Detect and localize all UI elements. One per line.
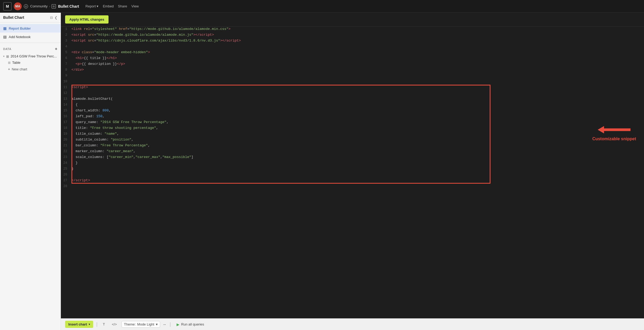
theme-selector[interactable]: Theme: Mode Light ▾	[121, 321, 160, 328]
chart-icon: ⊟	[52, 4, 56, 8]
sidebar-item-report-builder[interactable]: ▦ Report Builder	[0, 24, 61, 33]
arrow-head	[598, 126, 604, 133]
sidebar-data: DATA + ▾ ▦ 2014 GSW Free Throw Perc... ⊞…	[0, 43, 61, 75]
bottom-toolbar: Insert chart ▾ | T </> Theme: Mode Light…	[61, 318, 644, 330]
code-line-14: 14 {	[61, 102, 644, 108]
theme-value: Mode Light	[137, 322, 154, 326]
run-label: Run all queries	[181, 322, 204, 326]
layout: Bullet Chart ⊟ ❮ ▦ Report Builder ▤ Add …	[0, 13, 644, 330]
nav-embed[interactable]: Embed	[103, 4, 114, 8]
insert-chart-chevron-icon: ▾	[89, 323, 90, 326]
sidebar-title: Bullet Chart	[3, 15, 24, 20]
code-line-2: 2 <script src="https://mode.github.io/al…	[61, 32, 644, 38]
code-line-4: 4	[61, 44, 644, 50]
sidebar-item-add-notebook[interactable]: ▤ Add Notebook	[0, 33, 61, 41]
theme-chevron-icon: ▾	[156, 322, 158, 326]
code-line-6: 6 <h1>{{ title }}</h1>	[61, 56, 644, 61]
expand-icon: ▾	[3, 55, 4, 58]
expand-icon[interactable]: ↔	[163, 322, 166, 327]
dataset-icon: ▦	[6, 55, 9, 58]
dataset-label: 2014 GSW Free Throw Perc...	[11, 54, 57, 58]
insert-chart-label: Insert chart	[68, 322, 87, 326]
sidebar: Bullet Chart ⊟ ❮ ▦ Report Builder ▤ Add …	[0, 13, 61, 330]
code-line-15: 15 chart_width: 800,	[61, 108, 644, 114]
code-line-7: 7 <p>{{ description }}</p>	[61, 61, 644, 67]
code-line-21: 21 bar_column: "Free Throw Percentage",	[61, 143, 644, 149]
theme-label: Theme:	[124, 322, 136, 326]
report-builder-label: Report Builder	[9, 26, 31, 30]
code-editor-container: 1 <link rel="stylesheet" href="https://m…	[61, 26, 644, 318]
topbar-nav: Report ▾ Embed Share View	[85, 4, 139, 8]
annotation: Customizable snippet	[592, 126, 636, 142]
breadcrumb-separator: ›	[49, 5, 50, 8]
breadcrumb-title: Bullet Chart	[58, 4, 79, 8]
data-section-label: DATA	[3, 47, 11, 51]
chevron-left-icon[interactable]: ❮	[55, 16, 57, 20]
sidebar-table-item[interactable]: ⊞ Table	[8, 60, 61, 66]
code-line-22: 22 marker_column: "career_mean",	[61, 149, 644, 155]
code-line-5: 5 <div class="mode-header embed-hidden">	[61, 50, 644, 56]
nav-share[interactable]: Share	[118, 4, 127, 8]
sidebar-header: Bullet Chart ⊟ ❮	[0, 13, 61, 22]
code-line-10: 10	[61, 79, 644, 85]
apply-html-changes-button[interactable]: Apply HTML changes	[65, 15, 109, 24]
topbar: M MA ◎ Community › ⊟ Bullet Chart Report…	[0, 0, 644, 13]
breadcrumb: ◎ Community › ⊟ Bullet Chart	[24, 4, 79, 8]
code-line-24: 24 }	[61, 160, 644, 166]
add-notebook-label: Add Notebook	[9, 35, 30, 39]
sidebar-data-header: DATA +	[0, 46, 61, 53]
annotation-text: Customizable snippet	[592, 135, 636, 142]
new-chart-plus-icon: +	[8, 67, 10, 71]
code-line-12: 12	[61, 91, 644, 96]
play-icon: ▶	[177, 322, 179, 327]
nav-view[interactable]: View	[131, 4, 139, 8]
code-line-27: 27 </script>	[61, 178, 644, 184]
avatar[interactable]: MA	[14, 2, 22, 10]
code-line-25: 25 )	[61, 166, 644, 172]
code-line-16: 16 left_pad: 150,	[61, 114, 644, 120]
insert-chart-button[interactable]: Insert chart ▾	[65, 321, 93, 328]
grid-icon[interactable]: ⊟	[50, 16, 53, 20]
sidebar-nav: ▦ Report Builder ▤ Add Notebook	[0, 22, 61, 43]
nav-report[interactable]: Report ▾	[85, 4, 99, 8]
text-format-button[interactable]: T	[101, 321, 107, 327]
code-line-19: 19 title_column: "name",	[61, 131, 644, 137]
code-line-13: 13 alamode.bulletChart(	[61, 96, 644, 102]
code-line-8: 8 </div>	[61, 67, 644, 73]
add-data-button[interactable]: +	[55, 47, 57, 51]
new-chart-label: New chart	[12, 67, 27, 71]
table-label: Table	[12, 61, 20, 65]
code-line-11: 11 <script>	[61, 85, 644, 91]
annotation-arrow-container	[598, 126, 631, 133]
sidebar-icons: ⊟ ❮	[50, 16, 57, 20]
code-line-28: 28	[61, 184, 644, 189]
community-icon: ◎	[24, 4, 28, 8]
arrow-shaft	[604, 128, 631, 131]
app-logo[interactable]: M	[3, 2, 12, 11]
code-format-button[interactable]: </>	[110, 321, 119, 327]
highlighted-section: 11 <script> 12 13 alamode.bulletChart( 1…	[61, 85, 644, 184]
toolbar-separator-2: |	[170, 322, 171, 327]
sidebar-dataset-item[interactable]: ▾ ▦ 2014 GSW Free Throw Perc...	[0, 53, 61, 60]
code-line-20: 20 subtitle_column: "position",	[61, 137, 644, 143]
table-icon: ⊞	[8, 61, 11, 65]
code-line-3: 3 <script src="https://cdnjs.cloudflare.…	[61, 38, 644, 44]
code-line-1: 1 <link rel="stylesheet" href="https://m…	[61, 26, 644, 32]
toolbar-separator-1: |	[96, 322, 98, 327]
report-builder-icon: ▦	[3, 26, 7, 30]
sidebar-data-sub: ⊞ Table + New chart	[0, 60, 61, 73]
code-line-17: 17 query_name: "2014 GSW Free Throw Perc…	[61, 120, 644, 125]
code-editor[interactable]: 1 <link rel="stylesheet" href="https://m…	[61, 26, 644, 189]
editor-toolbar-top: Apply HTML changes	[61, 13, 644, 26]
new-chart-item[interactable]: + New chart	[8, 66, 61, 73]
run-all-queries-button[interactable]: ▶ Run all queries	[174, 321, 207, 328]
code-line-9: 9	[61, 73, 644, 79]
code-line-23: 23 scale_columns: ["career_min","career_…	[61, 155, 644, 160]
notebook-icon: ▤	[3, 35, 7, 39]
code-line-26: 26	[61, 172, 644, 178]
code-line-18: 18 title: "Free throw shooting percentag…	[61, 125, 644, 131]
main-content: Apply HTML changes 1 <link rel="styleshe…	[61, 13, 644, 330]
breadcrumb-community[interactable]: Community	[30, 4, 48, 8]
